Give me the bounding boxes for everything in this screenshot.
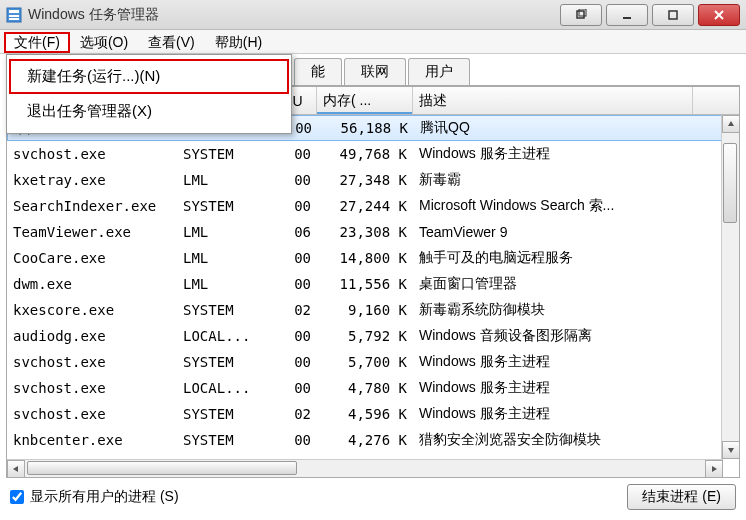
table-row[interactable]: svchost.exeLOCAL...004,780 KWindows 服务主进…	[7, 375, 739, 401]
scroll-right-icon[interactable]	[705, 460, 723, 478]
cell-memory: 4,596 K	[317, 404, 413, 424]
table-row[interactable]: kxetray.exeLML0027,348 K新毒霸	[7, 167, 739, 193]
cell-description: 猎豹安全浏览器安全防御模块	[413, 429, 693, 451]
cell-user: SYSTEM	[177, 300, 267, 320]
end-process-button[interactable]: 结束进程 (E)	[627, 484, 736, 510]
table-row[interactable]: kxescore.exeSYSTEM029,160 K新毒霸系统防御模块	[7, 297, 739, 323]
show-all-users-label: 显示所有用户的进程 (S)	[30, 488, 179, 506]
cell-name: svchost.exe	[7, 404, 177, 424]
table-row[interactable]: svchost.exeSYSTEM005,700 KWindows 服务主进程	[7, 349, 739, 375]
cell-description: Windows 服务主进程	[413, 351, 693, 373]
cell-user: LML	[177, 274, 267, 294]
restore-button[interactable]	[560, 4, 602, 26]
cell-user: LML	[177, 248, 267, 268]
cell-name: TeamViewer.exe	[7, 222, 177, 242]
table-row[interactable]: svchost.exeSYSTEM024,596 KWindows 服务主进程	[7, 401, 739, 427]
minimize-button[interactable]	[606, 4, 648, 26]
cell-memory: 14,800 K	[317, 248, 413, 268]
svg-rect-1	[9, 10, 19, 13]
menu-file[interactable]: 文件(F)	[4, 32, 70, 53]
cell-cpu: 00	[267, 248, 317, 268]
svg-rect-4	[577, 11, 584, 18]
cell-name: knbcenter.exe	[7, 430, 177, 450]
menu-item-exit[interactable]: 退出任务管理器(X)	[9, 94, 289, 129]
cell-description: Windows 音频设备图形隔离	[413, 325, 693, 347]
cell-user: SYSTEM	[177, 404, 267, 424]
svg-rect-7	[669, 11, 677, 19]
menu-options[interactable]: 选项(O)	[70, 32, 138, 53]
cell-user: SYSTEM	[177, 196, 267, 216]
table-row[interactable]: TeamViewer.exeLML0623,308 KTeamViewer 9	[7, 219, 739, 245]
show-all-users-checkbox[interactable]: 显示所有用户的进程 (S)	[10, 488, 179, 506]
col-description[interactable]: 描述	[413, 87, 693, 114]
cell-user: SYSTEM	[177, 352, 267, 372]
cell-cpu: 00	[267, 378, 317, 398]
menu-item-new-task[interactable]: 新建任务(运行...)(N)	[9, 59, 289, 94]
table-row[interactable]: knbcenter.exeSYSTEM004,276 K猎豹安全浏览器安全防御模…	[7, 427, 739, 453]
cell-name: svchost.exe	[7, 378, 177, 398]
horizontal-scrollbar[interactable]	[7, 459, 723, 477]
tab-users[interactable]: 用户	[408, 58, 470, 85]
cell-description: 腾讯QQ	[414, 117, 694, 139]
cell-name: dwm.exe	[7, 274, 177, 294]
cell-cpu: 00	[267, 430, 317, 450]
cell-description: Windows 服务主进程	[413, 143, 693, 165]
close-button[interactable]	[698, 4, 740, 26]
cell-name: kxetray.exe	[7, 170, 177, 190]
cell-name: SearchIndexer.exe	[7, 196, 177, 216]
cell-user: LML	[177, 170, 267, 190]
tab-networking[interactable]: 联网	[344, 58, 406, 85]
cell-cpu: 02	[267, 404, 317, 424]
col-memory[interactable]: 内存( ...	[317, 87, 413, 114]
file-menu-dropdown: 新建任务(运行...)(N) 退出任务管理器(X)	[6, 54, 292, 134]
cell-memory: 27,244 K	[317, 196, 413, 216]
scroll-down-icon[interactable]	[722, 441, 740, 459]
cell-description: 触手可及的电脑远程服务	[413, 247, 693, 269]
menu-help[interactable]: 帮助(H)	[205, 32, 272, 53]
table-row[interactable]: svchost.exeSYSTEM0049,768 KWindows 服务主进程	[7, 141, 739, 167]
cell-description: Microsoft Windows Search 索...	[413, 195, 693, 217]
svg-rect-2	[9, 15, 19, 17]
maximize-button[interactable]	[652, 4, 694, 26]
cell-memory: 11,556 K	[317, 274, 413, 294]
cell-cpu: 00	[267, 144, 317, 164]
cell-memory: 4,780 K	[317, 378, 413, 398]
cell-cpu: 00	[267, 274, 317, 294]
cell-description: TeamViewer 9	[413, 222, 693, 242]
process-table: CPU 内存( ... 描述 QQ.exeLML0056,188 K腾讯QQsv…	[6, 86, 740, 478]
cell-cpu: 00	[267, 326, 317, 346]
table-row[interactable]: CooCare.exeLML0014,800 K触手可及的电脑远程服务	[7, 245, 739, 271]
cell-cpu: 00	[267, 170, 317, 190]
menu-view[interactable]: 查看(V)	[138, 32, 205, 53]
cell-memory: 4,276 K	[317, 430, 413, 450]
scroll-left-icon[interactable]	[7, 460, 25, 478]
table-row[interactable]: dwm.exeLML0011,556 K桌面窗口管理器	[7, 271, 739, 297]
cell-name: svchost.exe	[7, 144, 177, 164]
table-body: QQ.exeLML0056,188 K腾讯QQsvchost.exeSYSTEM…	[7, 115, 739, 455]
window-title: Windows 任务管理器	[28, 6, 556, 24]
cell-name: audiodg.exe	[7, 326, 177, 346]
show-all-users-input[interactable]	[10, 490, 24, 504]
svg-rect-3	[9, 18, 19, 20]
cell-description: 新毒霸	[413, 169, 693, 191]
cell-user: LML	[177, 222, 267, 242]
cell-memory: 5,792 K	[317, 326, 413, 346]
cell-memory: 5,700 K	[317, 352, 413, 372]
cell-name: svchost.exe	[7, 352, 177, 372]
scroll-up-icon[interactable]	[722, 115, 740, 133]
cell-user: SYSTEM	[177, 430, 267, 450]
cell-user: SYSTEM	[177, 144, 267, 164]
titlebar: Windows 任务管理器	[0, 0, 746, 30]
cell-cpu: 06	[267, 222, 317, 242]
hscroll-thumb[interactable]	[27, 461, 297, 475]
table-row[interactable]: SearchIndexer.exeSYSTEM0027,244 KMicroso…	[7, 193, 739, 219]
cell-description: 桌面窗口管理器	[413, 273, 693, 295]
cell-memory: 56,188 K	[318, 118, 414, 138]
cell-name: kxescore.exe	[7, 300, 177, 320]
footer: 显示所有用户的进程 (S) 结束进程 (E)	[0, 478, 746, 516]
tab-performance[interactable]: 能	[294, 58, 342, 85]
vscroll-thumb[interactable]	[723, 143, 737, 223]
table-row[interactable]: audiodg.exeLOCAL...005,792 KWindows 音频设备…	[7, 323, 739, 349]
cell-cpu: 00	[267, 352, 317, 372]
vertical-scrollbar[interactable]	[721, 115, 739, 459]
